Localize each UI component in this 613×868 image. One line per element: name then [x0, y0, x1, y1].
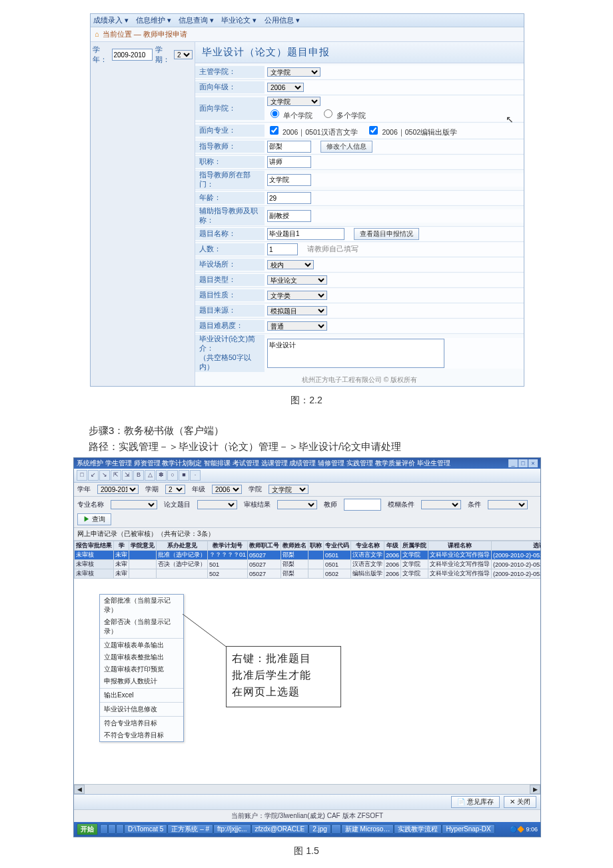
thesis-select[interactable]: [197, 500, 237, 509]
toolbar-icon[interactable]: ■: [179, 470, 189, 481]
toolbar-icon[interactable]: B: [133, 470, 144, 481]
column-header[interactable]: 职称: [308, 541, 324, 551]
college-select[interactable]: 文学院: [269, 485, 308, 494]
h-scrollbar[interactable]: ◀▶: [74, 784, 540, 794]
start-button[interactable]: 开始: [77, 823, 98, 835]
taskbar-item[interactable]: ftp://jxjjc...: [213, 824, 251, 834]
mode-select[interactable]: [421, 500, 461, 509]
taskbar-item[interactable]: HyperSnap-DX: [442, 824, 494, 834]
taskbar-item[interactable]: zfzdx@ORACLE: [251, 824, 309, 834]
toolbar-icon[interactable]: △: [145, 470, 155, 481]
query-button[interactable]: ▶ 查询: [77, 513, 111, 525]
grade-select[interactable]: 2006: [267, 83, 304, 92]
term-select[interactable]: 2: [165, 485, 185, 494]
menu-item[interactable]: 成绩录入 ▾: [93, 16, 129, 24]
context-menu[interactable]: 全部批准（当前显示记录）全部否决（当前显示记录）立题审核表单条输出立题审核表整批…: [99, 594, 184, 742]
radio-multi[interactable]: 多个学院: [320, 111, 366, 119]
type-select[interactable]: 毕业论文: [267, 275, 327, 285]
column-header[interactable]: 选课课号: [492, 541, 540, 551]
table-row[interactable]: 未审核未审50205027邵梨0502编辑出版学2006文学院文科毕业论文写作指…: [75, 569, 541, 579]
source-select[interactable]: 模拟题目: [267, 306, 327, 315]
brief-textarea[interactable]: 毕业设计: [267, 339, 444, 368]
column-header[interactable]: 所属学院: [401, 541, 428, 551]
taskbar-item[interactable]: [116, 824, 124, 834]
column-header[interactable]: 教师职工号: [248, 541, 281, 551]
taskbar-item[interactable]: D:\Tomcat 5: [124, 824, 167, 834]
diff-select[interactable]: 普通: [267, 321, 327, 331]
toolbar-icon[interactable]: ↙: [88, 470, 99, 481]
scroll-right-icon[interactable]: ▶: [530, 785, 540, 794]
place-select[interactable]: 校内: [267, 260, 314, 269]
scroll-left-icon[interactable]: ◀: [74, 785, 85, 794]
target-college-select[interactable]: 文学院: [267, 97, 320, 106]
taskbar-item[interactable]: [331, 824, 341, 834]
taskbar-item[interactable]: 2.jpg: [308, 824, 331, 834]
major-check-1[interactable]: 2006｜0501汉语言文学: [267, 124, 358, 137]
toolbar-icon[interactable]: ○: [167, 470, 178, 481]
edit-personal-button[interactable]: 修改个人信息: [320, 141, 372, 153]
context-menu-item[interactable]: 申报教师人数统计: [100, 675, 183, 687]
cond-select[interactable]: [488, 500, 528, 509]
year-select[interactable]: 2009-2010: [97, 485, 139, 494]
toolbar-icon[interactable]: ·: [190, 470, 201, 481]
context-menu-item[interactable]: 立题审核表单条输出: [100, 639, 183, 651]
toolbar-icon[interactable]: ⇱: [111, 470, 121, 481]
major-check-2[interactable]: 2006｜0502编辑出版学: [366, 124, 457, 137]
column-header[interactable]: 课程名称: [428, 541, 492, 551]
column-header[interactable]: 教学计划号: [208, 541, 248, 551]
dept-input[interactable]: [267, 174, 311, 186]
topic-input[interactable]: [267, 228, 344, 240]
context-menu-item[interactable]: 立题审核表整批输出: [100, 651, 183, 663]
title-input[interactable]: [267, 156, 311, 168]
major-select[interactable]: [111, 500, 157, 509]
feedback-button[interactable]: 📄 意见库存: [451, 796, 500, 808]
menu-item[interactable]: 毕业论文 ▾: [221, 16, 257, 24]
audit-select[interactable]: [277, 500, 317, 509]
toolbar-icon[interactable]: ↘: [99, 470, 110, 481]
taskbar-item[interactable]: [100, 824, 108, 834]
taskbar-item[interactable]: 实践教学流程: [394, 824, 442, 834]
column-header[interactable]: 专业代码: [324, 541, 351, 551]
context-menu-item[interactable]: 不符合专业培养目标: [100, 729, 183, 741]
taskbar-item[interactable]: [108, 824, 116, 834]
toolbar-icon[interactable]: ⇲: [122, 470, 133, 481]
min-icon[interactable]: _: [508, 459, 518, 467]
close-icon[interactable]: ×: [528, 459, 538, 467]
context-menu-item[interactable]: 全部否决（当前显示记录）: [100, 616, 183, 637]
table-row[interactable]: 未审核未审否决（选中记录）50105027邵梨0501汉语言文学2006文学院文…: [75, 560, 541, 569]
column-header[interactable]: 系办处意见: [157, 541, 208, 551]
teacher-input[interactable]: [267, 141, 311, 153]
toolbar-icon[interactable]: □: [77, 470, 87, 481]
menu-item[interactable]: 信息查询 ▾: [179, 16, 214, 24]
teacher-input[interactable]: [344, 499, 381, 511]
count-input[interactable]: [267, 243, 298, 255]
menu-item[interactable]: 公用信息 ▾: [265, 16, 300, 24]
column-header[interactable]: 学院意见: [129, 541, 157, 551]
nature-select[interactable]: 文学类: [267, 291, 327, 300]
context-menu-item[interactable]: 输出Excel: [100, 689, 183, 701]
age-input[interactable]: [267, 192, 311, 204]
context-menu-item[interactable]: 毕业设计信息修改: [100, 703, 183, 715]
table-row[interactable]: 未审核未审批准（选中记录）？？？？？0105027邵梨0501汉语言文学2006…: [75, 551, 541, 560]
column-header[interactable]: 教师姓名: [281, 541, 308, 551]
view-topic-button[interactable]: 查看题目申报情况: [354, 228, 419, 240]
host-college-select[interactable]: 文学院: [267, 67, 320, 77]
column-header[interactable]: 报告审批结果: [75, 541, 114, 551]
taskbar-item[interactable]: 新建 Microso…: [341, 824, 394, 834]
context-menu-item[interactable]: 全部批准（当前显示记录）: [100, 595, 183, 616]
context-menu-item[interactable]: 立题审核表打印预览: [100, 663, 183, 675]
term-select[interactable]: 2: [174, 50, 193, 59]
assist-input[interactable]: [267, 210, 311, 222]
column-header[interactable]: 专业名称: [351, 541, 384, 551]
toolbar-icon[interactable]: ✽: [156, 470, 167, 481]
year-select[interactable]: [112, 49, 153, 61]
data-grid[interactable]: 报告审批结果学学院意见系办处意见教学计划号教师职工号教师姓名职称专业代码专业名称…: [74, 541, 540, 579]
close-button[interactable]: ✕ 关闭: [504, 796, 536, 808]
window-buttons[interactable]: _□×: [508, 459, 538, 467]
grade-select[interactable]: 2006: [212, 485, 242, 494]
radio-single[interactable]: 单个学院: [267, 111, 312, 119]
menubar-text[interactable]: 系统维护 学生管理 师资管理 教学计划制定 智能排课 考试管理 选课管理 成绩管…: [77, 459, 450, 468]
column-header[interactable]: 年级: [384, 541, 401, 551]
taskbar-item[interactable]: 正方系统 – #: [167, 824, 213, 834]
menu-item[interactable]: 信息维护 ▾: [136, 16, 171, 24]
